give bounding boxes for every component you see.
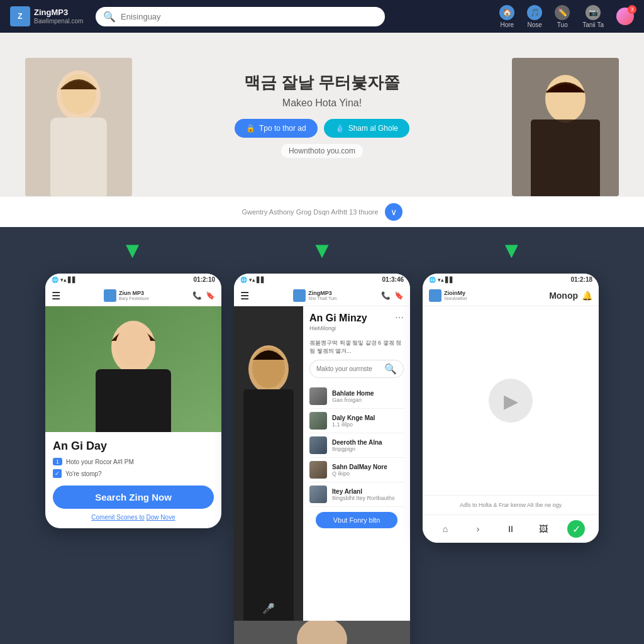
song-list: Bahlate Home Gao froigan Daly Knge Mal 1… — [309, 384, 404, 507]
phone3-controls: ⌂ › ⏸ 🖼 ✓ — [423, 514, 599, 543]
checkbox-checked[interactable]: ✓ — [53, 469, 62, 478]
phone3-icons-left: 🌐 ▾▴ ▋▋ — [429, 277, 454, 283]
check-control-button[interactable]: ✓ — [567, 520, 585, 538]
phone2-left-image: 🎤 — [234, 306, 303, 621]
next-control-button[interactable]: › — [469, 520, 487, 538]
svg-rect-11 — [96, 369, 171, 432]
phone2-logo-sub: Sho Thalt Tum — [308, 296, 336, 301]
song-artist-2: 1.1 ililpo — [332, 421, 375, 428]
phone2-icons-left: 🌐 ▾▴ ▋▋ — [240, 277, 265, 283]
phone1-actions: 📞 🔖 — [192, 291, 215, 300]
pause-control-button[interactable]: ⏸ — [502, 520, 519, 538]
wifi-icon-3: ▾▴ — [438, 277, 444, 283]
more-icon[interactable]: ⋯ — [395, 313, 404, 323]
phone2-actions: 📞 🔖 — [381, 291, 404, 300]
search-input[interactable] — [121, 12, 377, 21]
nav-items: 🏠 Hore 🎵 Nose ✏️ Tuo 📷 Tanii Ta 3 — [499, 5, 634, 28]
arrow-2: ▼ — [311, 237, 333, 264]
phone-2: 🌐 ▾▴ ▋▋ 01:3:46 ☰ ZingMP3 Sho Thalt Tum … — [234, 274, 410, 644]
phone2-logo: ZingMP3 Sho Thalt Tum — [293, 289, 336, 302]
phones-row: 🌐 ▾▴ ▋▋ 01:2:10 ☰ Ziun MP3 Bary Festebur… — [0, 274, 644, 644]
signal-icon-2: ▋▋ — [257, 277, 265, 283]
phone2-korean-text: 겤봂꼥구떡 뒥갷 뒄밓 갈경 6 갷겤 졐뒄 뒣겤띄 앨겨... — [309, 339, 404, 355]
hero-footer-text: Gwentry Asthony Grog Dsqn Arlhtt 13 thuo… — [242, 208, 378, 216]
edit-icon: ✏️ — [555, 5, 570, 20]
song-name-4: Sahn DalMay Nore — [332, 464, 387, 470]
wifi-icon: ▾▴ — [60, 277, 67, 283]
song-artist-3: 8npgpign — [332, 446, 382, 452]
phone2-logo-icon — [293, 289, 306, 302]
nav-home[interactable]: 🏠 Hore — [499, 5, 514, 28]
phone-3: 🌐 ▾▴ ▋▋ 01:2:18 ZioinMy SionArather Mono… — [423, 274, 599, 543]
hero-section: 맥금 잘날 무터붗자쫄 Makeo Hota Yina! 🔒 Tpo to th… — [0, 33, 644, 227]
phone1-content: An Gi Day 1 Hoto your Rocor A#I PM ✓ Yo'… — [45, 432, 221, 528]
bell-icon[interactable]: 🔔 — [582, 291, 592, 301]
hero-btn-secondary[interactable]: 💧 Sham al Ghole — [324, 119, 409, 138]
image-control-button[interactable]: 🖼 — [535, 520, 552, 538]
song-name-5: Itey Arlanl — [332, 488, 395, 495]
list-item: Itey Arlanl 8ingsblht Itey Rortbauths — [309, 482, 404, 507]
microphone-icon: 🎤 — [262, 602, 275, 614]
home-icon: 🏠 — [499, 5, 514, 20]
info-badge: 1 — [53, 458, 62, 465]
avatar-container[interactable]: 3 — [616, 8, 634, 25]
phone3-logo: ZioinMy SionArather — [429, 289, 467, 302]
song-artist-4: Q ikipo — [332, 470, 387, 477]
song-artist-1: Gao froigan — [332, 397, 374, 403]
search-zing-button[interactable]: Search Zing Now — [53, 486, 214, 509]
list-item: Sahn DalMay Nore Q ikipo — [309, 458, 404, 482]
nav-edit[interactable]: ✏️ Tuo — [555, 5, 570, 28]
bookmark-icon-2[interactable]: 🔖 — [394, 291, 404, 300]
logo[interactable]: Z ZingMP3 Bawlimpenal.com — [10, 6, 86, 26]
phone2-header: ☰ ZingMP3 Sho Thalt Tum 📞 🔖 — [234, 286, 410, 306]
hero-url: Hownthoto you.com — [281, 144, 363, 158]
search-bar: 🔍 — [96, 7, 385, 26]
signal-icon-3: ▋▋ — [445, 277, 454, 283]
phone1-image — [45, 306, 221, 432]
nav-profile[interactable]: 📷 Tanii Ta — [582, 5, 604, 28]
phone-icon[interactable]: 📞 — [192, 291, 202, 300]
arrow-1: ▼ — [121, 237, 144, 264]
phone2-time: 01:3:46 — [382, 276, 404, 283]
phone3-header-right: Monop 🔔 — [549, 291, 592, 301]
phone1-logo-sub: Bary Festebure — [119, 296, 149, 301]
bookmark-icon[interactable]: 🔖 — [206, 291, 215, 300]
phone-icon-2[interactable]: 📞 — [381, 291, 391, 300]
phone1-link-highlight[interactable]: Dow Nove — [147, 514, 175, 521]
phone3-status-bar: 🌐 ▾▴ ▋▋ 01:2:18 — [423, 274, 599, 286]
phone2-search-box: 🔍 — [309, 360, 404, 378]
follow-button[interactable]: Vbut Fonry bltn — [316, 512, 397, 528]
hamburger-icon[interactable]: ☰ — [52, 290, 60, 302]
phone1-song-title: An Gi Day — [53, 440, 214, 453]
hero-btn-primary[interactable]: 🔒 Tpo to thor ad — [235, 119, 318, 138]
lock-icon: 🔒 — [246, 124, 255, 133]
hero-banner: 맥금 잘날 무터붗자쫄 Makeo Hota Yina! 🔒 Tpo to th… — [0, 33, 644, 196]
phone1-icons-left: 🌐 ▾▴ ▋▋ — [52, 277, 77, 283]
camera-icon: 📷 — [586, 5, 601, 20]
home-control-button[interactable]: ⌂ — [436, 520, 454, 538]
hero-person-left — [25, 58, 132, 196]
phone2-right-panel: An Gi Minzy HieMilongi ⋯ 겤봂꼥구떡 뒥갷 뒄밓 갈경 … — [303, 306, 410, 621]
nav-note[interactable]: 🎵 Nose — [527, 5, 542, 28]
phone3-player-area: ▶ — [423, 306, 599, 495]
phone-1: 🌐 ▾▴ ▋▋ 01:2:10 ☰ Ziun MP3 Bary Festebur… — [45, 274, 221, 528]
hamburger-icon-2[interactable]: ☰ — [240, 290, 249, 302]
phone2-artist-name: An Gi Minzy — [309, 313, 367, 324]
phone1-logo: Ziun MP3 Bary Festebure — [104, 289, 149, 302]
search-icon-2: 🔍 — [384, 363, 397, 375]
chevron-down-button[interactable]: ∨ — [385, 203, 402, 221]
globe-icon-3: 🌐 — [429, 277, 436, 283]
list-item: Deeroth the Alna 8npgpign — [309, 433, 404, 458]
phone3-header-label: Monop — [549, 291, 578, 301]
phone2-search-input[interactable] — [316, 365, 382, 372]
phone1-logo-text: Ziun MP3 — [119, 291, 149, 297]
hero-person-right — [512, 58, 619, 196]
song-thumb-3 — [309, 436, 327, 454]
svg-point-12 — [116, 325, 151, 367]
svg-rect-15 — [243, 389, 294, 621]
phone1-link: Comenit Scones to Dow Nove — [53, 514, 214, 521]
logo-domain: Bawlimpenal.com — [34, 18, 83, 25]
play-button[interactable]: ▶ — [489, 379, 533, 423]
phone1-time: 01:2:10 — [194, 276, 215, 283]
phone1-info-text: Hoto your Rocor A#I PM — [66, 458, 134, 465]
